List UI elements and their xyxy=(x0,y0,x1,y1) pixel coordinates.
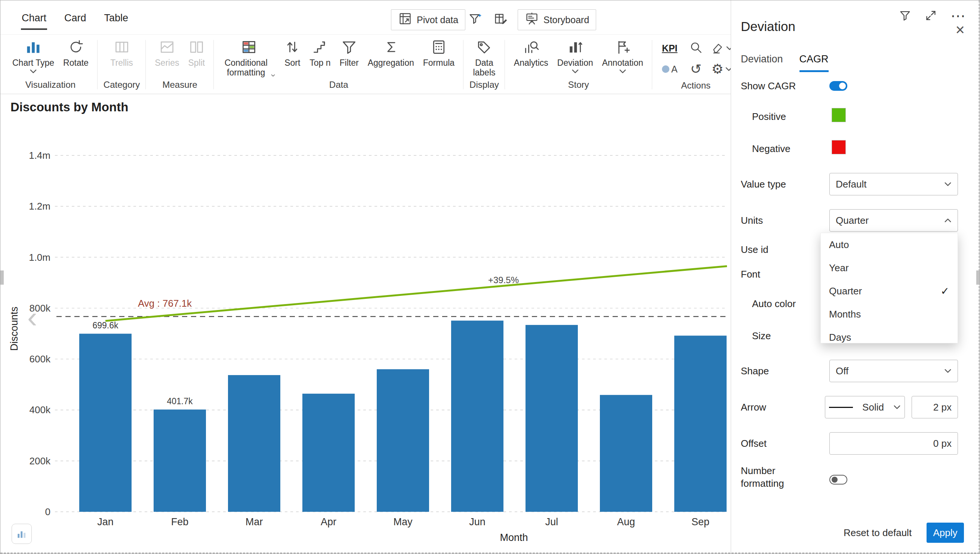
filter-icon[interactable] xyxy=(899,10,911,22)
settings-button[interactable]: ⚙ xyxy=(712,62,733,76)
aggregation-icon xyxy=(383,38,399,56)
arrow-width-field[interactable]: 2 px xyxy=(911,396,958,419)
x-axis-tick-label: Mar xyxy=(245,516,263,527)
bar-jan[interactable] xyxy=(79,334,132,512)
units-select[interactable]: Quarter xyxy=(829,209,958,232)
top-n-icon xyxy=(312,38,328,56)
tab-cagr[interactable]: CAGR xyxy=(800,53,829,72)
undo-button[interactable]: ↺ xyxy=(690,62,701,76)
series-button[interactable]: Series xyxy=(150,35,183,68)
filter-sparkle-icon xyxy=(468,11,483,27)
aggregation-button[interactable]: Aggregation xyxy=(363,35,419,68)
kpi-button[interactable]: KPI xyxy=(662,43,678,54)
y-axis-title: Discounts xyxy=(9,307,20,351)
shape-select[interactable]: Off xyxy=(829,360,958,382)
x-axis-tick-label: Aug xyxy=(617,516,635,527)
annotation-button[interactable]: Annotation xyxy=(598,35,648,73)
menu-item-days[interactable]: Days xyxy=(821,326,958,343)
analytics-button[interactable]: Analytics xyxy=(510,35,553,68)
number-formatting-toggle[interactable] xyxy=(829,475,847,484)
formula-button[interactable]: Formula xyxy=(419,35,459,68)
ribbon-tab-chart[interactable]: Chart xyxy=(21,5,47,30)
format-painter-button[interactable] xyxy=(711,41,733,55)
y-axis-tick-label: 1.0m xyxy=(29,252,51,263)
chevron-down-icon xyxy=(944,369,951,373)
close-icon[interactable]: × xyxy=(955,22,965,38)
arrow-style-select[interactable]: Solid xyxy=(825,396,905,419)
analytics-icon xyxy=(523,38,539,56)
checkmark-icon: ✓ xyxy=(941,285,949,298)
chart-type-button[interactable]: Chart Type xyxy=(8,35,59,73)
storyboard-button[interactable]: Storyboard xyxy=(518,10,596,30)
expand-icon[interactable] xyxy=(925,10,937,22)
group-label-category: Category xyxy=(102,79,141,94)
bar-apr[interactable] xyxy=(302,394,355,512)
trellis-button[interactable]: Trellis xyxy=(106,35,137,68)
bar-value-label: 401.7k xyxy=(167,396,193,406)
group-label-data: Data xyxy=(328,79,350,94)
data-labels-button[interactable]: Data labels xyxy=(468,35,500,78)
pivot-data-label: Pivot data xyxy=(417,14,458,25)
conditional-formatting-icon xyxy=(241,38,257,56)
more-options-icon[interactable]: ⋯ xyxy=(950,12,966,19)
bar-value-label: 699.6k xyxy=(92,320,118,330)
bar-aug[interactable] xyxy=(600,395,652,512)
color-dot-icon xyxy=(662,65,669,73)
auto-label-button[interactable]: A xyxy=(662,64,678,75)
offset-field[interactable]: 0 px xyxy=(829,432,958,455)
y-axis-tick-label: 1.4m xyxy=(29,150,51,161)
split-icon xyxy=(188,38,205,56)
sort-button[interactable]: Sort xyxy=(280,35,305,68)
conditional-formatting-button[interactable]: Conditional formatting xyxy=(218,35,280,78)
tab-deviation[interactable]: Deviation xyxy=(741,53,783,72)
previous-page-chevron[interactable]: ‹ xyxy=(27,302,37,333)
chart-tools-button[interactable] xyxy=(11,524,32,544)
menu-item-auto[interactable]: Auto xyxy=(821,233,958,256)
resize-handle-right[interactable] xyxy=(976,271,980,285)
smart-filter-button[interactable] xyxy=(467,10,484,28)
bar-mar[interactable] xyxy=(228,375,280,512)
ribbon-tab-table[interactable]: Table xyxy=(104,5,129,30)
tag-icon xyxy=(476,38,492,56)
ribbon-group-measure: Series Split Measure xyxy=(146,35,214,94)
reset-to-default-button[interactable]: Reset to default xyxy=(844,527,911,539)
chevron-down-icon xyxy=(572,69,579,73)
settings-panel: ⋯ Deviation × Deviation CAGR Show CAGR P… xyxy=(731,0,980,554)
line-style-sample xyxy=(829,407,853,408)
rotate-button[interactable]: Rotate xyxy=(59,35,93,68)
show-cagr-toggle[interactable] xyxy=(829,81,847,91)
bar-jun[interactable] xyxy=(451,320,504,512)
ribbon-group-visualization: Chart Type Rotate xyxy=(3,35,97,94)
split-button[interactable]: Split xyxy=(183,35,209,68)
edit-interactions-button[interactable] xyxy=(492,10,510,28)
bar-jul[interactable] xyxy=(526,325,578,512)
positive-color-swatch[interactable] xyxy=(832,108,846,122)
gear-icon: ⚙ xyxy=(712,62,723,76)
cagr-trend-line[interactable] xyxy=(105,266,727,321)
bar-feb[interactable] xyxy=(154,409,206,512)
resize-handle-left[interactable] xyxy=(0,271,4,285)
search-button[interactable] xyxy=(689,40,703,56)
x-axis-tick-label: Feb xyxy=(171,516,189,527)
group-label-story: Story xyxy=(567,79,591,94)
x-axis-tick-label: Apr xyxy=(321,516,336,527)
bar-may[interactable] xyxy=(377,369,429,512)
chevron-down-icon xyxy=(271,73,275,78)
filter-button[interactable]: Filter xyxy=(335,35,363,68)
x-axis-tick-label: Jul xyxy=(545,516,558,527)
bar-sep[interactable] xyxy=(674,336,727,512)
pivot-data-button[interactable]: Pivot data xyxy=(391,10,465,30)
filter-icon xyxy=(341,38,357,56)
value-type-select[interactable]: Default xyxy=(829,173,958,195)
top-n-button[interactable]: Top n xyxy=(305,35,335,68)
negative-color-swatch[interactable] xyxy=(832,140,846,154)
menu-item-quarter[interactable]: Quarter ✓ xyxy=(821,279,958,302)
menu-item-year[interactable]: Year xyxy=(821,256,958,279)
apply-button[interactable]: Apply xyxy=(927,523,964,543)
main-column: Chart Card Table Pivot data xyxy=(0,0,731,554)
deviation-button[interactable]: Deviation xyxy=(553,35,598,73)
font-label: Font xyxy=(741,269,760,280)
menu-item-months[interactable]: Months xyxy=(821,302,958,326)
formula-icon xyxy=(430,38,447,56)
ribbon-tab-card[interactable]: Card xyxy=(64,5,87,30)
